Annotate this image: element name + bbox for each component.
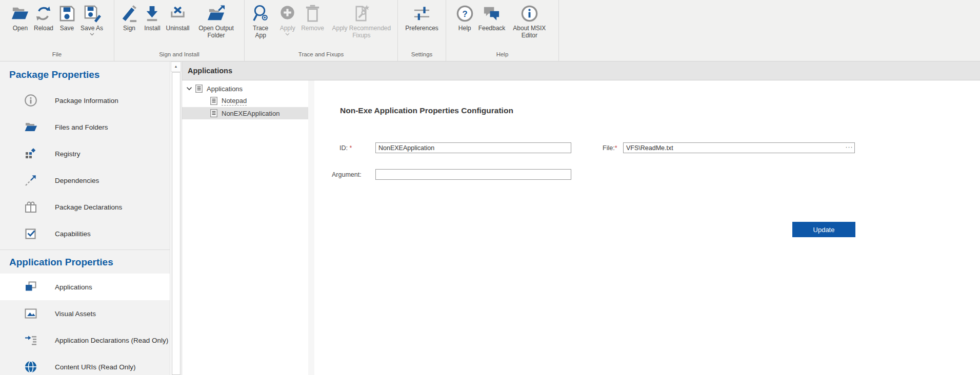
argument-field-label: Argument: [332,171,362,178]
ribbon-group-label: Help [446,49,558,61]
install-icon [143,4,162,23]
sidebar-item-applications[interactable]: Applications [0,274,170,300]
tree-item-nonexeapplication[interactable]: NonEXEApplication [182,107,308,119]
tree-item-notepad[interactable]: Notepad [182,95,308,107]
button-label: Open Output Folder [194,25,239,39]
app-declarations-icon [24,334,37,347]
trace-app-button[interactable]: Trace App [246,4,275,39]
sidebar-item-label: Applications [55,283,92,291]
ribbon-group-trace-fixups: Trace App Apply Remove Apply Recommended… [245,0,398,61]
sidebar-section-title: Application Properties [0,250,170,274]
argument-input[interactable] [375,169,571,180]
reload-button[interactable]: Reload [32,4,55,32]
page-title: Applications [188,67,232,75]
required-marker: * [348,144,352,152]
sidebar-item-dependencies[interactable]: Dependencies [0,167,170,194]
ribbon-group-settings: Preferences Settings [398,0,446,61]
remove-button[interactable]: Remove [299,4,326,32]
feedback-button[interactable]: Feedback [477,4,507,32]
registry-icon [24,147,37,160]
open-output-folder-button[interactable]: Open Output Folder [192,4,241,39]
chevron-down-icon[interactable] [186,87,192,91]
package-declarations-icon [24,200,37,214]
help-button[interactable]: ? Help [454,4,476,32]
update-button[interactable]: Update [792,222,855,237]
applications-tree: Applications Notepad NonEXEApplication [182,80,308,375]
sidebar-item-label: Capabilities [55,230,91,238]
uninstall-button[interactable]: Uninstall [164,4,191,32]
button-label: Sign [123,25,135,32]
id-field-label: ID: * [339,144,352,152]
button-label: Uninstall [166,25,189,32]
button-label: About MSIX Editor [509,25,549,39]
msix-editor-window: Open Reload Save Save As File [0,0,980,375]
required-marker: * [615,144,617,152]
sidebar-item-registry[interactable]: Registry [0,140,170,167]
document-icon [210,97,217,105]
ribbon-group-sign-install: Sign Install Uninstall Open Output Folde… [114,0,245,61]
reload-icon [34,4,53,23]
applications-icon [24,280,37,294]
files-folders-icon [24,120,37,134]
sidebar-item-label: Content URIs (Read Only) [55,363,136,371]
open-button[interactable]: Open [9,4,31,32]
button-label: Reload [34,25,53,32]
tree-item-label: Notepad [222,97,247,106]
open-output-folder-icon [207,4,226,23]
scrollbar-thumb[interactable] [172,72,181,375]
ribbon-group-file: Open Reload Save Save As File [0,0,114,61]
button-label: Apply [280,25,295,32]
apply-recommended-fixups-button[interactable]: Apply Recommended Fixups [327,4,396,39]
file-field-label: File:* [603,144,617,152]
feedback-icon [482,4,501,23]
sidebar-section-application-properties: Application Properties Applications Visu… [0,249,170,375]
file-input[interactable] [623,142,855,153]
fixups-icon [352,4,371,23]
tree-splitter[interactable] [308,80,314,375]
ribbon-group-help: ? Help Feedback About MSIX Editor Help [446,0,559,61]
sidebar-item-label: Dependencies [55,177,99,184]
sidebar-item-package-information[interactable]: Package Information [0,87,170,114]
sidebar-item-content-uris[interactable]: Content URIs (Read Only) [0,353,170,375]
save-as-button[interactable]: Save As [79,4,105,36]
about-msix-editor-button[interactable]: About MSIX Editor [508,4,551,39]
sidebar-item-label: Visual Assets [55,310,96,318]
ribbon-group-label: Trace and Fixups [245,49,397,61]
install-button[interactable]: Install [141,4,163,32]
browse-file-button[interactable]: ··· [845,143,854,153]
button-label: Preferences [405,25,438,32]
visual-assets-icon [24,307,37,320]
application-properties-form: Non-Exe Application Properties Configura… [314,80,980,375]
sidebar-item-capabilities[interactable]: Capabilities [0,220,170,247]
save-button[interactable]: Save [56,4,78,32]
sidebar-section-title: Package Properties [0,61,170,87]
page-title-bar: Applications [182,61,980,80]
ribbon-group-label: File [0,49,114,61]
dependencies-icon [24,174,37,187]
tree-item-label: NonEXEApplication [222,110,279,117]
sidebar-scrollbar[interactable]: ▲ [170,61,182,375]
button-label: Feedback [478,25,506,32]
sidebar-item-visual-assets[interactable]: Visual Assets [0,300,170,327]
sidebar-item-application-declarations[interactable]: Application Declarations (Read Only) [0,327,170,353]
tree-item-applications[interactable]: Applications [182,82,308,95]
apply-button[interactable]: Apply [276,4,298,36]
document-icon [210,109,217,117]
button-label: Trace App [247,25,274,39]
scroll-up-button[interactable]: ▲ [171,61,181,72]
sidebar-item-label: Registry [55,150,81,158]
remove-icon [303,4,322,23]
button-label: Save As [81,25,103,32]
ribbon-group-label: Settings [398,49,446,61]
id-input[interactable] [375,142,571,153]
about-icon [520,4,539,23]
apply-icon [278,4,297,23]
preferences-button[interactable]: Preferences [404,4,440,32]
sidebar-item-package-declarations[interactable]: Package Declarations [0,194,170,220]
sidebar-item-files-and-folders[interactable]: Files and Folders [0,114,170,140]
help-icon: ? [455,4,474,23]
info-icon [24,94,37,107]
sign-button[interactable]: Sign [118,4,140,32]
button-label: Open [13,25,28,32]
svg-text:?: ? [462,9,467,19]
